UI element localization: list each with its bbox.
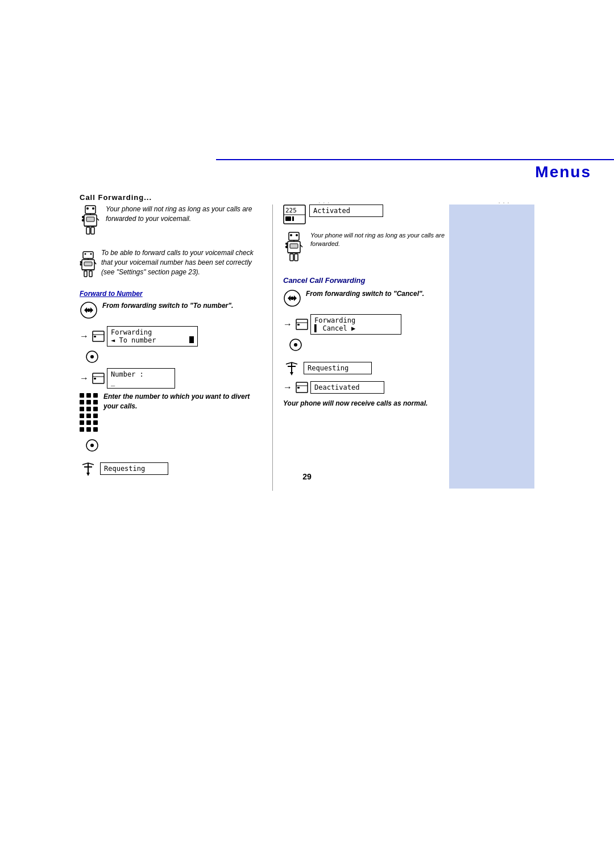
svg-point-15 xyxy=(90,253,92,255)
svg-rect-49 xyxy=(292,216,294,221)
confirm-circle-icon2 xyxy=(289,338,302,352)
svg-text:225: 225 xyxy=(285,207,297,214)
deactivated-label: Deactivated xyxy=(314,383,359,391)
final-note: Your phone will now receive calls as nor… xyxy=(283,398,449,408)
arrow-right-icon3: → xyxy=(283,319,292,329)
screen-to-number: ◄ To number xyxy=(111,336,156,344)
number-screen: Number : _ xyxy=(107,368,175,389)
svg-point-51 xyxy=(290,234,292,236)
numpad-icon2 xyxy=(80,414,99,433)
confirm-phone-icon xyxy=(85,350,99,364)
cancel-forwarding-screen: Forwarding ▌ Cancel ▶ xyxy=(310,314,401,335)
activated-label: Activated xyxy=(313,207,350,215)
cancel-call-forwarding-title: Cancel Call Forwarding xyxy=(283,276,449,285)
requesting-screen-right: Requesting xyxy=(304,362,372,374)
svg-rect-9 xyxy=(91,227,94,234)
svg-rect-13 xyxy=(83,252,93,258)
requesting-row-right: Requesting xyxy=(283,360,449,377)
nav-button-icon-left xyxy=(80,301,98,319)
forwarded-note-section: Your phone will not ring as long as your… xyxy=(283,231,449,270)
page-title: Menus xyxy=(535,163,591,181)
svg-rect-55 xyxy=(290,244,298,248)
cancel-screen-line2: ▌ Cancel ▶ xyxy=(314,324,397,332)
phone-robot-icon-left xyxy=(80,205,101,241)
arrow-right-icon2: → xyxy=(80,373,89,383)
svg-marker-65 xyxy=(294,295,297,301)
svg-marker-27 xyxy=(84,307,87,313)
svg-rect-21 xyxy=(84,271,87,277)
dots-right: ... xyxy=(498,196,512,205)
svg-rect-0 xyxy=(85,206,96,214)
svg-rect-18 xyxy=(84,262,92,266)
svg-point-61 xyxy=(285,243,288,245)
voicemail-note: Your phone will not ring as long as your… xyxy=(106,205,264,224)
svg-point-62 xyxy=(285,246,288,248)
number-screen-row: → Number : _ xyxy=(80,368,264,389)
svg-rect-58 xyxy=(290,254,293,261)
cancel-screen-line1: Forwarding xyxy=(314,316,397,324)
phone-display-icon xyxy=(92,331,105,342)
svg-point-14 xyxy=(85,253,86,255)
number-label: Number : xyxy=(111,370,171,378)
phone-display-225-icon: 225 xyxy=(283,205,306,224)
header-bar: Menus xyxy=(216,159,614,181)
enter-number-instruction: Enter the number to which you want to di… xyxy=(103,392,264,411)
svg-point-25 xyxy=(80,264,82,266)
phone-robot-icon-small xyxy=(80,251,97,282)
numpad-icon xyxy=(80,393,99,412)
svg-line-42 xyxy=(82,463,88,465)
svg-rect-37 xyxy=(94,378,96,379)
cancel-screen-row: → Forwarding ▌ Cancel ▶ xyxy=(283,314,449,335)
deactivated-screen-row: → Deactivated xyxy=(283,381,449,394)
dots-left: ... xyxy=(318,196,332,205)
deactivated-screen: Deactivated xyxy=(310,381,384,394)
requesting-label-right: Requesting xyxy=(308,364,349,372)
forwarded-note: Your phone will not ring as long as your… xyxy=(310,231,449,249)
svg-point-24 xyxy=(80,261,82,263)
arrow-right-icon4: → xyxy=(283,382,292,393)
svg-rect-59 xyxy=(294,254,298,261)
svg-line-43 xyxy=(88,463,94,465)
phone-display-icon4 xyxy=(296,382,308,393)
svg-point-29 xyxy=(87,308,90,312)
switch-to-number-instruction: From forwarding switch to "To number". xyxy=(102,301,233,311)
svg-rect-8 xyxy=(86,227,90,234)
svg-point-11 xyxy=(82,216,84,218)
forward-to-number-label: Forward to Number xyxy=(80,290,264,298)
svg-rect-79 xyxy=(297,387,300,389)
svg-point-66 xyxy=(291,297,294,300)
svg-point-2 xyxy=(92,207,94,210)
forwarding-screen-row: → Forwarding ◄ To number xyxy=(80,326,264,347)
third-column xyxy=(449,205,534,489)
svg-marker-64 xyxy=(288,295,291,301)
screen-line2: ◄ To number xyxy=(111,336,194,344)
confirm-circle-icon xyxy=(85,439,99,452)
section-label: Call Forwarding... xyxy=(80,193,152,202)
phone-display-icon2 xyxy=(92,373,105,384)
svg-point-34 xyxy=(90,355,94,358)
screen-line1: Forwarding xyxy=(111,328,194,336)
switch-to-cancel-instruction: From forwarding switch to "Cancel". xyxy=(306,289,424,299)
svg-rect-22 xyxy=(89,271,92,277)
phone-robot-icon-right xyxy=(283,231,305,268)
voicemail-setup-note: To be able to forward calls to your voic… xyxy=(101,248,264,277)
svg-rect-69 xyxy=(297,324,300,326)
svg-line-75 xyxy=(292,362,297,364)
svg-marker-28 xyxy=(90,307,93,313)
svg-point-1 xyxy=(86,207,89,210)
number-cursor-display: _ xyxy=(111,378,171,386)
activated-screen: Activated xyxy=(309,205,383,217)
svg-marker-76 xyxy=(290,372,293,375)
svg-point-71 xyxy=(294,343,297,347)
antenna-icon-right xyxy=(283,360,300,377)
activated-section: 225 Activated xyxy=(283,205,449,227)
nav-button-icon-right xyxy=(283,289,301,307)
svg-line-74 xyxy=(286,362,292,364)
svg-point-12 xyxy=(82,219,84,222)
screen-cursor-left xyxy=(189,336,194,343)
phone-display-icon3 xyxy=(296,319,308,330)
arrow-right-icon: → xyxy=(80,331,89,341)
right-column: 225 Activated xyxy=(273,205,449,420)
forwarding-screen: Forwarding ◄ To number xyxy=(107,326,198,347)
left-column: Your phone will not ring as long as your… xyxy=(80,205,273,491)
